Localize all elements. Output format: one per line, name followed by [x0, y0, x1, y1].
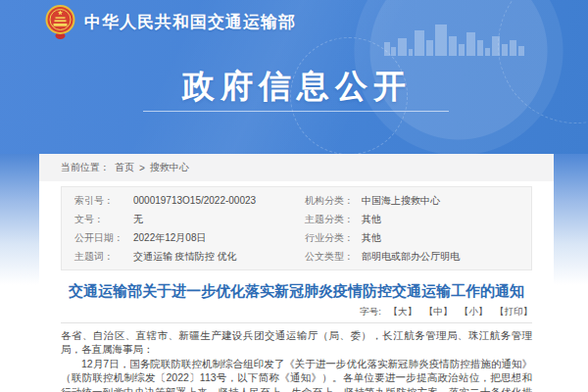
font-size-large-button[interactable]: 【大】: [389, 306, 417, 317]
meta-value-index-no: 000019713O15/2022-00023: [133, 191, 305, 210]
article-title: 交通运输部关于进一步优化落实新冠肺炎疫情防控交通运输工作的通知: [61, 281, 532, 301]
paragraph-intro: 12月7日，国务院联防联控机制综合组印发了《关于进一步优化落实新冠肺炎疫情防控措…: [61, 357, 532, 392]
meta-value-industry-category: 其他: [362, 228, 531, 247]
city-skyline-decoration: [384, 19, 526, 56]
banner-title-underline: [143, 111, 449, 112]
title-divider: [61, 322, 532, 323]
meta-label-index-no: 索引号：: [74, 191, 133, 210]
meta-label-publish-date: 公开日期：: [74, 228, 133, 247]
meta-value-topic-category: 其他: [362, 210, 531, 228]
meta-label-org-category: 机构分类：: [305, 191, 362, 210]
national-emblem-icon: [45, 4, 75, 40]
meta-label-doc-type: 公文类型：: [305, 247, 362, 266]
meta-value-publish-date: 2022年12月08日: [133, 228, 305, 247]
font-size-small-button[interactable]: 【小】: [460, 306, 488, 317]
font-size-controls: 字号: 【大】 【中】 【小】 【打印】: [61, 306, 532, 318]
site-header-home-link[interactable]: 中华人民共和国交通运输部: [45, 4, 296, 40]
meta-value-doc-type: 部明电或部办公厅明电: [362, 247, 531, 266]
meta-value-keywords: 交通运输 疫情防控 优化: [133, 247, 305, 266]
banner-title: 政府信息公开: [0, 65, 588, 109]
meta-value-doc-no: 无: [133, 210, 305, 228]
breadcrumb-separator: >: [139, 163, 145, 173]
paragraph-salutation: 各省、自治区、直辖市、新疆生产建设兵团交通运输厅（局、委），长江航务管理局、珠江…: [61, 328, 532, 357]
site-banner: 中华人民共和国交通运输部 政府信息公开: [0, 0, 588, 154]
article-container: 索引号： 000019713O15/2022-00023 机构分类： 中国海上搜…: [39, 186, 554, 392]
breadcrumb: 当前位置： 首页 > 搜救中心: [39, 154, 554, 181]
meta-label-industry-category: 行业分类：: [305, 228, 362, 247]
document-metadata-table: 索引号： 000019713O15/2022-00023 机构分类： 中国海上搜…: [61, 186, 532, 270]
site-name: 中华人民共和国交通运输部: [84, 11, 296, 33]
meta-label-keywords: 主题词：: [74, 247, 133, 266]
font-size-label: 字号:: [360, 306, 381, 317]
breadcrumb-home-link[interactable]: 首页: [115, 161, 134, 174]
font-size-medium-button[interactable]: 【中】: [424, 306, 453, 317]
breadcrumb-label: 当前位置：: [61, 161, 110, 174]
print-button[interactable]: 【打印】: [495, 306, 532, 317]
meta-label-doc-no: 文号：: [74, 210, 133, 228]
breadcrumb-current-link[interactable]: 搜救中心: [150, 161, 189, 174]
meta-label-topic-category: 主题分类：: [305, 210, 362, 228]
article-body: 各省、自治区、直辖市、新疆生产建设兵团交通运输厅（局、委），长江航务管理局、珠江…: [61, 328, 532, 392]
meta-value-org-category: 中国海上搜救中心: [362, 191, 531, 210]
content-card: 当前位置： 首页 > 搜救中心 索引号： 000019713O15/2022-0…: [39, 154, 554, 392]
